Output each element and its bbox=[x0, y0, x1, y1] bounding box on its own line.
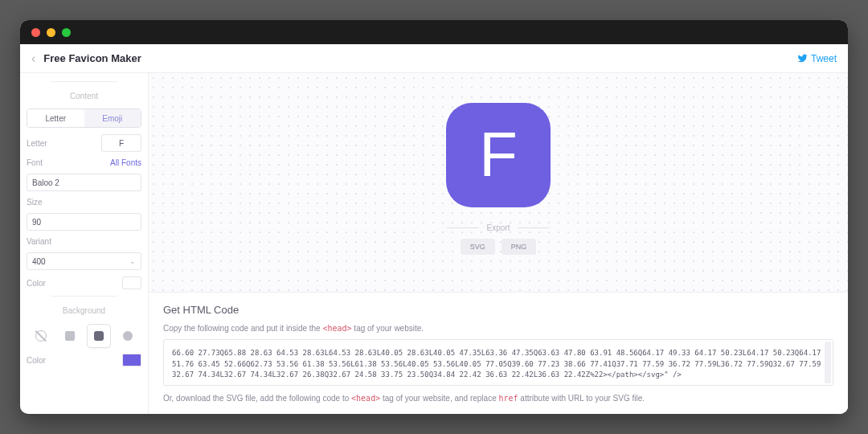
tweet-label: Tweet bbox=[811, 53, 837, 64]
sidebar: Content Letter Emoji Letter F Font All F… bbox=[20, 73, 149, 414]
size-input[interactable]: 90 bbox=[27, 213, 141, 231]
variant-label: Variant bbox=[27, 237, 141, 246]
code-textarea[interactable]: 66.60 27.73Q65.88 28.63 64.53 28.63L64.5… bbox=[163, 339, 833, 386]
header: ‹ Free Favicon Maker Tweet bbox=[20, 44, 848, 73]
titlebar bbox=[20, 20, 848, 44]
content-type-tabs: Letter Emoji bbox=[27, 108, 141, 128]
code-section: Get HTML Code Copy the following code an… bbox=[149, 292, 848, 414]
back-button[interactable]: ‹ bbox=[31, 51, 35, 66]
maximize-icon[interactable] bbox=[62, 28, 71, 37]
shape-circle-button[interactable] bbox=[117, 325, 139, 347]
favicon-preview: F bbox=[446, 103, 551, 207]
letter-input[interactable]: F bbox=[101, 134, 141, 152]
font-input[interactable]: Baloo 2 bbox=[27, 174, 141, 191]
preview-area: F Export SVG PNG bbox=[149, 73, 848, 292]
minimize-icon[interactable] bbox=[47, 28, 55, 37]
twitter-icon bbox=[797, 53, 808, 63]
head-tag: <head> bbox=[322, 324, 351, 333]
shape-none-button[interactable] bbox=[30, 325, 52, 347]
content-section-label: Content bbox=[27, 92, 141, 100]
export-label: Export bbox=[487, 223, 510, 232]
content-area: Content Letter Emoji Letter F Font All F… bbox=[20, 73, 848, 414]
export-png-button[interactable]: PNG bbox=[502, 239, 537, 255]
allfonts-link[interactable]: All Fonts bbox=[110, 158, 141, 167]
page-title: Free Favicon Maker bbox=[43, 52, 141, 64]
tab-letter[interactable]: Letter bbox=[27, 109, 84, 127]
main-panel: F Export SVG PNG Get HTML Code Copy the … bbox=[149, 73, 848, 414]
app-window: ‹ Free Favicon Maker Tweet Content Lette… bbox=[20, 20, 848, 414]
code-section-title: Get HTML Code bbox=[163, 304, 833, 316]
font-color-swatch[interactable] bbox=[122, 276, 141, 289]
shape-square-button[interactable] bbox=[59, 325, 81, 347]
bg-color-label: Color bbox=[27, 356, 46, 365]
chevron-down-icon: ⌄ bbox=[129, 257, 136, 265]
bg-color-swatch[interactable] bbox=[122, 354, 141, 366]
size-label: Size bbox=[27, 198, 141, 207]
letter-label: Letter bbox=[27, 139, 47, 148]
font-label: Font bbox=[27, 158, 43, 167]
code-description-alt: Or, download the SVG file, add the follo… bbox=[163, 394, 833, 403]
tweet-button[interactable]: Tweet bbox=[797, 53, 837, 64]
background-section-label: Background bbox=[27, 306, 141, 315]
font-color-label: Color bbox=[27, 279, 46, 288]
close-icon[interactable] bbox=[31, 28, 40, 37]
shape-rounded-button[interactable] bbox=[88, 325, 110, 347]
tab-emoji[interactable]: Emoji bbox=[84, 109, 141, 127]
variant-select[interactable]: 400 ⌄ bbox=[27, 252, 141, 270]
export-svg-button[interactable]: SVG bbox=[461, 239, 495, 255]
code-description: Copy the following code and put it insid… bbox=[163, 324, 833, 333]
background-shape-picker bbox=[27, 325, 141, 347]
code-snippet: 66.60 27.73Q65.88 28.63 64.53 28.63L64.5… bbox=[172, 348, 825, 381]
